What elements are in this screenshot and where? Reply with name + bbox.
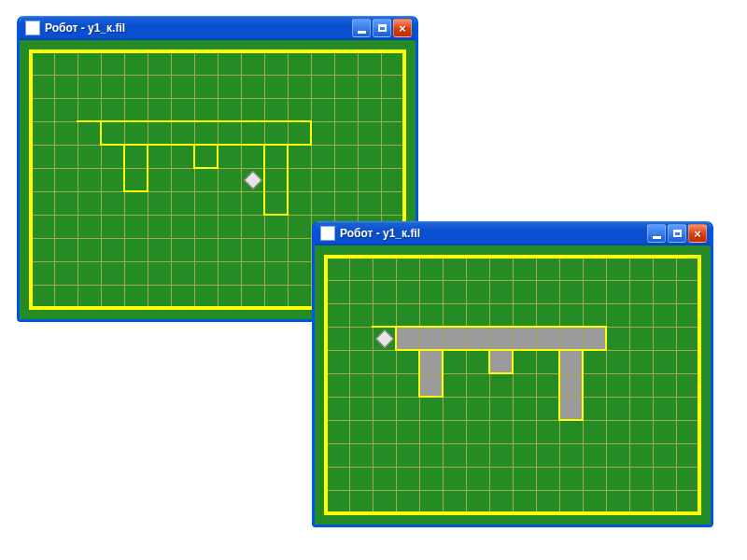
close-button[interactable]: × <box>688 224 707 243</box>
grid-line <box>326 303 700 304</box>
wall-segment <box>100 120 102 146</box>
app-icon <box>25 21 40 35</box>
grid-line <box>194 51 195 309</box>
wall-segment <box>558 419 584 421</box>
grid-line <box>31 191 405 192</box>
wall-segment <box>263 144 265 216</box>
grid-line <box>606 257 607 514</box>
wall-segment <box>147 144 148 192</box>
painted-cell <box>559 397 583 420</box>
wall-segment <box>512 349 514 374</box>
field-border <box>324 255 328 515</box>
field-canvas[interactable] <box>315 245 711 525</box>
window-title: Робот - y1_к.fil <box>340 227 647 240</box>
window-win2[interactable]: Робот - y1_к.fil× <box>312 221 713 527</box>
maximize-button[interactable] <box>668 224 686 243</box>
minimize-button[interactable] <box>352 19 371 37</box>
wall-segment <box>418 396 444 398</box>
app-icon <box>320 226 335 241</box>
wall-segment <box>193 167 218 169</box>
wall-segment <box>263 214 289 216</box>
wall-segment <box>605 326 607 351</box>
grid-line <box>629 257 630 514</box>
wall-segment <box>442 349 444 398</box>
wall-segment <box>488 349 490 374</box>
field-border <box>698 255 701 515</box>
grid-line <box>31 215 405 216</box>
titlebar[interactable]: Робот - y1_к.fil× <box>315 221 711 245</box>
grid-line <box>653 257 654 514</box>
painted-cell <box>419 327 443 350</box>
grid-line <box>326 443 700 444</box>
grid-line <box>326 280 700 281</box>
grid-line <box>326 420 700 421</box>
grid-line <box>349 257 350 514</box>
wall-segment <box>123 144 125 192</box>
painted-cell <box>583 327 606 350</box>
wall-segment <box>418 349 420 398</box>
grid-line <box>513 257 514 514</box>
grid-line <box>489 257 490 514</box>
robot-icon <box>375 329 394 348</box>
maximize-button[interactable] <box>373 19 391 37</box>
field-border <box>29 49 33 310</box>
wall-segment <box>310 120 312 146</box>
window-controls: × <box>647 224 707 243</box>
grid-line <box>326 467 700 468</box>
wall-segment <box>558 349 560 421</box>
painted-cell <box>559 350 583 373</box>
wall-segment <box>193 144 195 169</box>
painted-cell <box>396 327 419 350</box>
painted-cell <box>466 327 489 350</box>
painted-cell <box>559 327 583 350</box>
grid-line <box>54 51 55 309</box>
field-border <box>324 255 701 259</box>
wall-segment <box>395 349 607 351</box>
wall-segment <box>395 326 397 351</box>
painted-cell <box>443 327 466 350</box>
wall-segment <box>582 349 584 421</box>
wall-segment <box>217 144 218 169</box>
painted-cell <box>489 327 513 350</box>
grid-line <box>326 490 700 491</box>
grid-line <box>218 51 218 309</box>
grid-line <box>31 75 405 76</box>
grid-line <box>78 51 78 309</box>
wall-segment <box>100 144 312 146</box>
grid-line <box>676 257 677 514</box>
field-border <box>29 49 406 53</box>
grid-line <box>241 51 242 309</box>
field-border <box>324 511 701 515</box>
painted-cell <box>536 327 559 350</box>
window-controls: × <box>352 19 412 37</box>
wall-segment <box>287 144 289 216</box>
wall-segment <box>372 326 607 328</box>
wall-segment <box>123 190 148 192</box>
wall-segment <box>488 372 514 374</box>
grid-line <box>466 257 467 514</box>
painted-cell <box>489 350 513 373</box>
titlebar[interactable]: Робот - y1_к.fil× <box>20 16 416 40</box>
painted-cell <box>419 350 443 373</box>
grid-line <box>373 257 374 514</box>
painted-cell <box>559 373 583 397</box>
grid-line <box>101 51 102 309</box>
grid-line <box>326 397 700 398</box>
robot-icon <box>244 171 262 189</box>
window-title: Робот - y1_к.fil <box>45 21 352 35</box>
minimize-button[interactable] <box>647 224 666 243</box>
close-button[interactable]: × <box>393 19 412 37</box>
wall-segment <box>77 120 312 122</box>
grid-line <box>171 51 172 309</box>
grid-line <box>536 257 537 514</box>
grid-line <box>396 257 397 514</box>
painted-cell <box>419 373 443 397</box>
painted-cell <box>513 327 536 350</box>
grid-line <box>31 98 405 99</box>
